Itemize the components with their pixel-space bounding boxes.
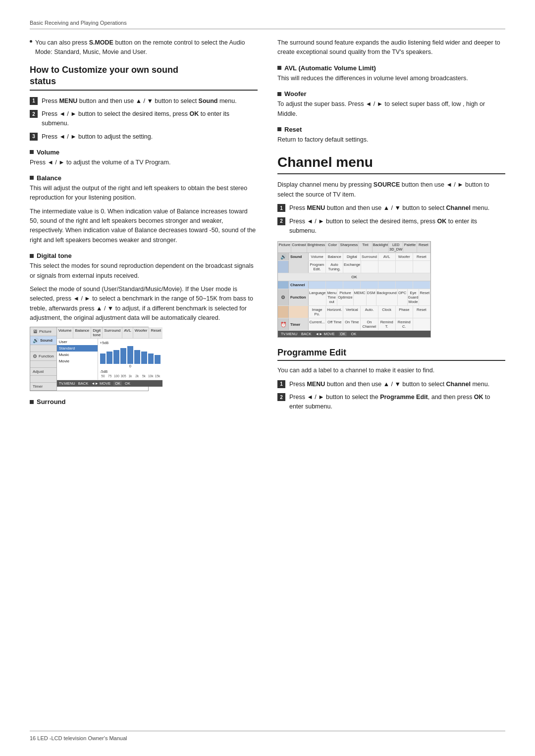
woofer-bullet-icon <box>277 92 281 96</box>
section-heading-customize: How to Customize your own sound status <box>30 64 258 91</box>
step-1-number: 1 <box>30 97 38 105</box>
menu-sound-cells: Volume Balance Digital Surround AVL Woof… <box>309 253 430 260</box>
surround-bullet-icon <box>30 400 34 404</box>
step-2-number: 2 <box>30 110 38 118</box>
reset-heading: Reset <box>277 126 505 133</box>
programme-step-1-number: 1 <box>277 380 285 388</box>
cell-empty2 <box>378 261 396 273</box>
bullet-icon <box>30 40 32 43</box>
footer: 16 LED -LCD television Owner's Manual <box>30 731 505 741</box>
channel-step-2: 2 Press ◄ / ► button to select the desir… <box>277 217 505 236</box>
menu-label-channel2: Channel <box>289 281 309 289</box>
channel-step-1-text: Press MENU button and then use ▲ / ▼ but… <box>289 203 489 213</box>
programme-step-1: 1 Press MENU button and then use ▲ / ▼ b… <box>277 380 505 389</box>
menu-side-panel: 🖥 Picture 🔊 Sound ⚙ Function Adjust <box>30 327 57 391</box>
cell-empty3 <box>396 261 413 273</box>
cell-adj-reset: Reset <box>413 306 430 318</box>
menu-bottom-bar-move: ◄► MOVE <box>91 381 110 386</box>
menu-main-panel: Volume Balance Digit tone Surround AVL W… <box>57 327 163 391</box>
cell-off-time: Off Time <box>326 318 343 330</box>
page: Basic Receiving and Playing Operations Y… <box>0 0 535 756</box>
channel-menu-screenshot: Picture Contrast Brightness Color Sharpn… <box>277 241 431 338</box>
menu-header-row: Picture Contrast Brightness Color Sharpn… <box>278 242 430 253</box>
surround-heading: Surround <box>30 398 258 405</box>
programme-step-2-text: Press ◄ / ► button to select the Program… <box>289 393 505 411</box>
right-column: The surround sound feature expands the a… <box>277 38 505 415</box>
menu-bottom-bar-back: BACK <box>78 381 88 386</box>
menu-header-color: Color <box>326 242 339 252</box>
woofer-label: Woofer <box>284 90 307 98</box>
menu-icon-timer: ⏰ <box>278 318 289 330</box>
surround-label: Surround <box>37 398 66 405</box>
digital-tone-label: Digital tone <box>37 252 72 259</box>
menu-side-channel <box>30 345 56 352</box>
breadcrumb: Basic Receiving and Playing Operations <box>30 20 505 29</box>
digital-tone-heading: Digital tone <box>30 252 258 259</box>
menu-bottom-bar-ok2: OK <box>125 381 130 386</box>
cell-surround: Surround <box>361 253 378 260</box>
menu-adjust-cells: Image Po. Horizont. Vertical Auto. Clock… <box>309 306 430 318</box>
cell-fn-reset: Reset <box>419 289 430 305</box>
cell-digital: Digital <box>343 253 361 260</box>
cell-empty4 <box>413 261 430 273</box>
channel-step-2-number: 2 <box>277 217 285 225</box>
balance-bullet-icon <box>30 176 34 180</box>
menu-label-sound: Sound <box>289 253 309 260</box>
volume-bullet-icon <box>30 150 34 154</box>
cell-opc: OPC <box>398 289 408 305</box>
menu-channel-cells <box>309 281 430 289</box>
menu-channel-sub-cells: Program Edit. Auto Tuning. Exchange <box>309 261 430 273</box>
channel-menu-heading: Channel menu <box>277 154 505 174</box>
cell-picture-opt: Picture Optimize <box>337 289 354 305</box>
menu-header-reset: Reset <box>417 242 430 252</box>
menu-side-sound: 🔊 Sound <box>30 336 56 345</box>
balance-heading: Balance <box>30 174 258 182</box>
menu-bottom-bar-left: TV.MENU <box>59 381 75 386</box>
avl-heading: AVL (Automatic Volume Limit) <box>277 64 505 72</box>
channel-step-1: 1 Press MENU button and then use ▲ / ▼ b… <box>277 203 505 213</box>
menu-icon-channel <box>278 261 289 273</box>
balance-text2: The intermediate value is 0. When indica… <box>30 207 258 246</box>
menu-header-backlight: Backlight <box>373 242 389 252</box>
bar-back: BACK <box>301 332 311 336</box>
bar-tvmenu: TV.MENU <box>281 332 297 336</box>
step-1-text: Press MENU button and then use ▲ / ▼ but… <box>42 97 237 106</box>
menu-function-cells: Language Menu Time out Picture Optimize … <box>309 289 430 305</box>
cell-on-time: On Time <box>343 318 361 330</box>
step-2-text: Press ◄ / ► button to select the desired… <box>42 109 258 128</box>
woofer-heading: Woofer <box>277 90 505 98</box>
menu-label-timer: Timer <box>289 318 309 330</box>
cell-phase: Phase <box>396 306 413 318</box>
cell-ch-empty5 <box>378 281 396 289</box>
cell-ch-empty4 <box>361 281 378 289</box>
menu-icon-function: ⚙ <box>278 289 289 305</box>
programme-step-1-text: Press MENU button and then use ▲ / ▼ but… <box>289 380 489 389</box>
programme-step-2-number: 2 <box>277 393 285 401</box>
cell-vertical: Vertical <box>343 306 361 318</box>
cell-remind-t: Remind T. <box>378 318 396 330</box>
cell-horizont: Horizont. <box>326 306 343 318</box>
channel-step-1-number: 1 <box>277 204 285 212</box>
menu-icon-channel2 <box>278 281 289 289</box>
intro-bullet-text: You can also press S.MODE button on the … <box>35 38 258 57</box>
reset-bullet-icon <box>277 127 281 131</box>
programme-edit-intro: You can add a label to a channel to make… <box>277 366 505 375</box>
menu-header-brightness: Brightness <box>307 242 326 252</box>
digital-tone-bullet-icon <box>30 254 34 258</box>
digital-tone-text2: Select the mode of sound (User/Standard/… <box>30 285 258 323</box>
cell-ch-empty1 <box>309 281 326 289</box>
channel-menu-bottom-bar: TV.MENU BACK ◄► MOVE OK OK <box>278 331 430 337</box>
menu-icon-adjust <box>278 306 289 318</box>
menu-sound-row: 🔊 Sound Volume Balance Digital Surround … <box>278 253 430 261</box>
step-2: 2 Press ◄ / ► button to select the desir… <box>30 109 258 128</box>
step-3-text: Press ◄ / ► button to adjust the setting… <box>42 132 153 142</box>
intro-bullet-item: You can also press S.MODE button on the … <box>30 38 258 61</box>
cell-reset: Reset <box>413 253 430 260</box>
step-3: 3 Press ◄ / ► button to adjust the setti… <box>30 132 258 142</box>
programme-step-2: 2 Press ◄ / ► button to select the Progr… <box>277 393 505 411</box>
menu-bottom-bar-ok: OK <box>113 381 122 386</box>
volume-label: Volume <box>37 149 59 156</box>
menu-label-function: Function <box>289 289 309 305</box>
avl-text: This will reduces the differences in vol… <box>277 74 505 83</box>
cell-dsm: DSM <box>367 289 376 305</box>
